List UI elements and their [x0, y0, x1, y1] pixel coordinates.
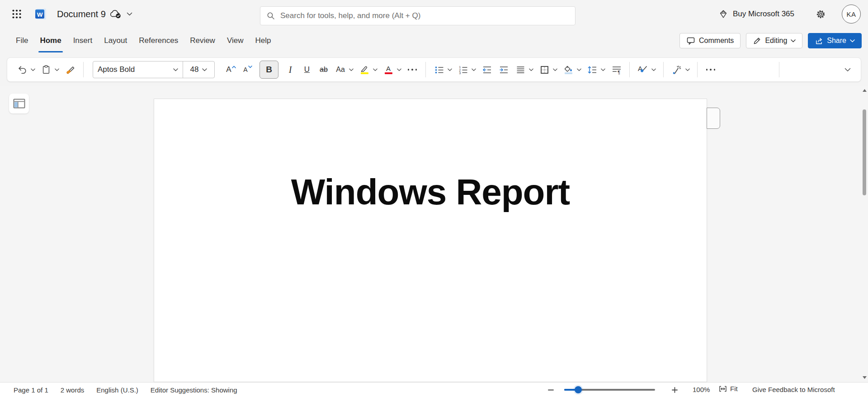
buy-microsoft-365-button[interactable]: Buy Microsoft 365 [718, 9, 794, 19]
scrollbar-thumb[interactable] [863, 109, 866, 195]
title-menu-chevron-icon[interactable] [127, 12, 132, 16]
vertical-scrollbar[interactable] [861, 86, 868, 382]
underline-button[interactable]: U [300, 61, 314, 78]
more-font-options-button[interactable] [406, 61, 419, 78]
highlight-color-chevron[interactable] [372, 67, 378, 72]
font-size-chevron-icon [202, 68, 207, 71]
format-painter-icon [65, 64, 75, 75]
numbering-button[interactable]: 1 2 3 [456, 61, 470, 78]
tab-layout[interactable]: Layout [98, 28, 133, 53]
line-spacing-button[interactable] [585, 61, 599, 78]
align-button[interactable] [514, 61, 527, 78]
shading-button[interactable] [561, 61, 575, 78]
page-count-status[interactable]: Page 1 of 1 [14, 386, 48, 394]
language-status[interactable]: English (U.S.) [96, 386, 138, 394]
tab-references[interactable]: References [133, 28, 184, 53]
zoom-slider[interactable] [564, 389, 655, 391]
increase-indent-button[interactable] [497, 61, 510, 78]
magic-wand-chevron[interactable] [684, 67, 691, 72]
font-size-select[interactable]: 48 [183, 61, 214, 78]
svg-text:3: 3 [459, 71, 461, 75]
menu-bar: File Home Insert Layout References Revie… [0, 28, 868, 53]
tab-help[interactable]: Help [249, 28, 277, 53]
share-chevron-icon [850, 39, 855, 43]
change-case-chevron[interactable] [348, 67, 354, 72]
page-side-widget[interactable] [707, 108, 720, 129]
strikethrough-button[interactable]: ab [317, 61, 330, 78]
tab-review[interactable]: Review [184, 28, 221, 53]
decrease-indent-icon [482, 65, 492, 75]
decrease-indent-button[interactable] [480, 61, 494, 78]
search-input[interactable] [280, 11, 569, 20]
undo-menu-chevron[interactable] [30, 67, 36, 72]
scroll-up-button[interactable] [861, 87, 868, 94]
tab-home[interactable]: Home [34, 28, 67, 53]
undo-button[interactable] [15, 61, 29, 78]
styles-chevron[interactable] [651, 67, 657, 72]
change-case-button[interactable]: Aa [334, 61, 347, 78]
settings-button[interactable] [815, 9, 826, 20]
shading-chevron[interactable] [576, 67, 582, 72]
collapse-ribbon-button[interactable] [844, 67, 852, 73]
document-canvas: Windows Report [0, 86, 868, 382]
comments-button[interactable]: Comments [679, 33, 741, 48]
document-title[interactable]: Document 9 [57, 9, 106, 19]
align-chevron[interactable] [528, 67, 534, 72]
document-page[interactable]: Windows Report [154, 99, 707, 382]
format-painter-button[interactable] [63, 61, 77, 78]
font-combo: Aptos Bold 48 [93, 61, 215, 78]
svg-text:W: W [37, 11, 43, 18]
borders-chevron[interactable] [552, 67, 558, 72]
account-avatar[interactable]: KA [842, 5, 861, 24]
ribbon-divider [779, 62, 779, 77]
tab-view[interactable]: View [221, 28, 250, 53]
italic-button[interactable]: I [283, 61, 297, 78]
zoom-out-icon [548, 387, 554, 393]
numbering-chevron[interactable] [471, 67, 477, 72]
word-online-window: W Document 9 Buy Microsof [0, 0, 868, 397]
fit-label: Fit [730, 385, 738, 392]
more-commands-button[interactable] [704, 61, 717, 78]
scroll-down-button[interactable] [861, 374, 868, 381]
font-color-chevron[interactable] [396, 67, 402, 72]
borders-button[interactable] [538, 61, 551, 78]
zoom-in-button[interactable] [668, 383, 681, 396]
styles-button[interactable]: A [636, 61, 650, 78]
paste-menu-chevron[interactable] [54, 67, 60, 72]
zoom-out-button[interactable] [544, 383, 557, 396]
navigation-pane-toggle-button[interactable] [9, 94, 29, 113]
app-launcher-button[interactable] [8, 5, 25, 23]
tab-insert[interactable]: Insert [67, 28, 99, 53]
zoom-level-value[interactable]: 100% [693, 386, 710, 393]
fit-page-button[interactable]: Fit [719, 385, 738, 392]
ribbon-divider [663, 62, 664, 77]
search-bar[interactable] [260, 6, 576, 25]
line-spacing-chevron[interactable] [600, 67, 606, 72]
bullets-chevron[interactable] [447, 67, 453, 72]
avatar-initials: KA [846, 10, 856, 18]
bullets-button[interactable] [432, 61, 446, 78]
word-count-status[interactable]: 2 words [61, 386, 85, 394]
cloud-saved-icon[interactable] [110, 9, 122, 19]
font-name-select[interactable]: Aptos Bold [93, 61, 183, 78]
zoom-slider-thumb[interactable] [575, 386, 582, 393]
increase-indent-icon [499, 65, 509, 75]
grow-font-button[interactable]: A [224, 61, 238, 78]
document-heading-text: Windows Report [154, 171, 707, 213]
share-button[interactable]: Share [808, 33, 862, 48]
shrink-font-button[interactable]: A [241, 61, 255, 78]
editor-suggestions-status[interactable]: Editor Suggestions: Showing [151, 386, 237, 394]
editing-mode-button[interactable]: Editing [746, 33, 802, 48]
tab-file[interactable]: File [10, 28, 34, 53]
paste-button[interactable] [39, 61, 53, 78]
collapse-ribbon-icon [844, 68, 851, 72]
highlight-color-button[interactable] [358, 61, 371, 78]
line-spacing-icon [587, 65, 597, 75]
font-color-button[interactable]: A [382, 61, 395, 78]
zoom-in-icon [672, 387, 678, 393]
magic-wand-button[interactable] [670, 61, 684, 78]
font-size-value: 48 [190, 65, 199, 74]
feedback-link[interactable]: Give Feedback to Microsoft [752, 386, 835, 393]
paragraph-format-button[interactable]: ¶ [609, 61, 623, 78]
bold-button[interactable]: B [259, 61, 278, 79]
